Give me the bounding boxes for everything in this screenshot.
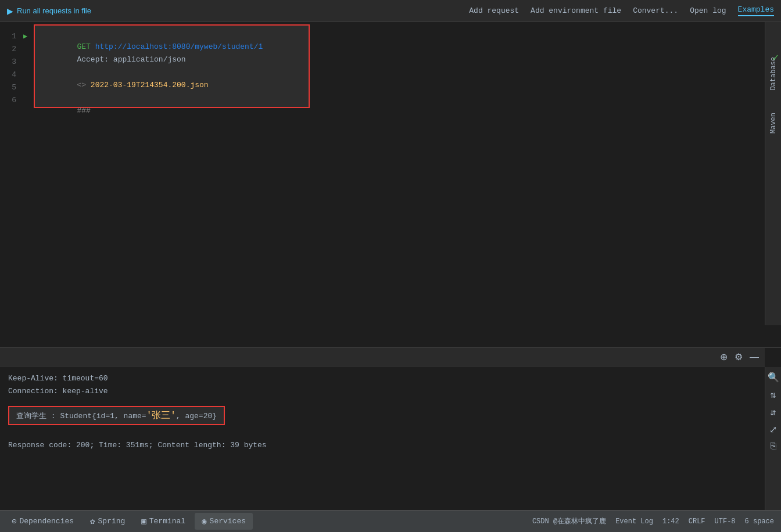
bottom-right-icons: 🔍 ⇅ ⇵ ⤢ ⎘ [765,367,781,510]
tab-terminal-label: Terminal [149,517,185,526]
response-highlight-block: 查询学生 : Student{id=1, name='张三', age=20} [8,406,225,425]
expand-icon[interactable]: ⤢ [769,424,777,436]
sort-icon[interactable]: ⇵ [771,407,776,418]
line-ending: CRLF [689,517,705,526]
convert-button[interactable]: Convert... [633,6,678,15]
add-environment-button[interactable]: Add environment file [531,6,621,15]
tab-spring[interactable]: ✿ Spring [83,513,132,530]
run-all-label: Run all requests in file [17,6,91,15]
status-right: CSDN @在森林中疯了鹿 Event Log 1:42 CRLF UTF-8 … [532,516,774,526]
editor-area[interactable]: GET http://localhost:8080/myweb/student/… [0,22,765,347]
charset: UTF-8 [715,517,736,526]
settings-icon-btn[interactable]: ⚙ [733,350,744,364]
toolbar-right: Add request Add environment file Convert… [469,5,774,16]
response-highlight-wrapper: 查询学生 : Student{id=1, name='张三', age=20} [8,402,757,429]
tab-services[interactable]: ◉ Services [195,513,253,530]
line-arrow-1: ▶ [23,30,35,43]
right-sidebar: ✓ Database Maven [765,22,781,325]
toolbar-left: ▶ Run all requests in file [7,6,91,16]
editor-line-2: 2 [0,43,765,56]
response-code-line: Response code: 200; Time: 351ms; Content… [8,439,757,452]
line-num-6: 6 [0,94,23,107]
search-icon[interactable]: 🔍 [768,372,779,383]
editor-line-1: 1 ▶ [0,30,765,43]
response-suffix: , age=20} [176,412,217,420]
tab-spring-label: Spring [98,517,126,526]
panel-toolbar: ⊕ ⚙ — [0,348,765,366]
database-label[interactable]: Database [769,57,778,91]
status-coords: 1:42 CRLF UTF-8 6 space [662,517,774,526]
filter-icon[interactable]: ⇅ [771,389,776,401]
tab-terminal[interactable]: ▣ Terminal [134,513,192,530]
line-num-1: 1 [0,30,23,43]
terminal-icon: ▣ [141,516,146,526]
indent: 6 space [745,517,774,526]
top-toolbar: ▶ Run all requests in file Add request A… [0,0,781,22]
editor-line-5: 5 [0,81,765,94]
tab-dependencies[interactable]: ⊙ Dependencies [5,513,81,530]
status-bar: ⊙ Dependencies ✿ Spring ▣ Terminal ◉ Ser… [0,510,781,532]
services-icon: ◉ [202,516,206,526]
main-area: ✓ Database Maven GET http://localhost:80… [0,22,781,347]
tab-dependencies-label: Dependencies [19,517,74,526]
keep-alive-line: Keep-Alive: timeout=60 [8,372,757,385]
spring-icon: ✿ [90,516,95,526]
tab-services-label: Services [210,517,246,526]
response-string-val: '张三' [146,411,176,421]
minimize-icon-btn[interactable]: — [748,351,760,364]
editor-line-6: 6 [0,94,765,107]
separator: ### [77,106,90,115]
globe-icon-btn[interactable]: ⊕ [719,350,729,364]
line-num-2: 2 [0,43,23,56]
dependencies-icon: ⊙ [12,516,16,526]
line-num-3: 3 [0,56,23,69]
event-log-link[interactable]: Event Log [615,517,653,526]
bottom-panel: ⊕ ⚙ — 🔍 ⇅ ⇵ ⤢ ⎘ Keep-Alive: timeout=60 C… [0,347,781,510]
user-info: CSDN @在森林中疯了鹿 [532,516,606,526]
panel-content[interactable]: Keep-Alive: timeout=60 Connection: keep-… [0,366,765,510]
response-prefix: 查询学生 : Student{id=1, name= [16,412,146,420]
line-num-5: 5 [0,81,23,94]
line-numbers-area: 1 ▶ 2 3 4 5 6 [0,27,765,107]
run-all-button[interactable]: ▶ Run all requests in file [7,6,91,16]
editor-line-3: 3 [0,56,765,69]
editor-line-4: 4 [0,69,765,81]
play-icon: ▶ [7,6,13,16]
maven-label[interactable]: Maven [769,113,778,134]
add-request-button[interactable]: Add request [469,6,519,15]
line-num-4: 4 [0,69,23,81]
connection-line: Connection: keep-alive [8,385,757,398]
cursor-position: 1:42 [662,517,679,526]
copy-icon[interactable]: ⎘ [771,441,776,452]
open-log-button[interactable]: Open log [690,6,726,15]
examples-button[interactable]: Examples [738,5,774,16]
